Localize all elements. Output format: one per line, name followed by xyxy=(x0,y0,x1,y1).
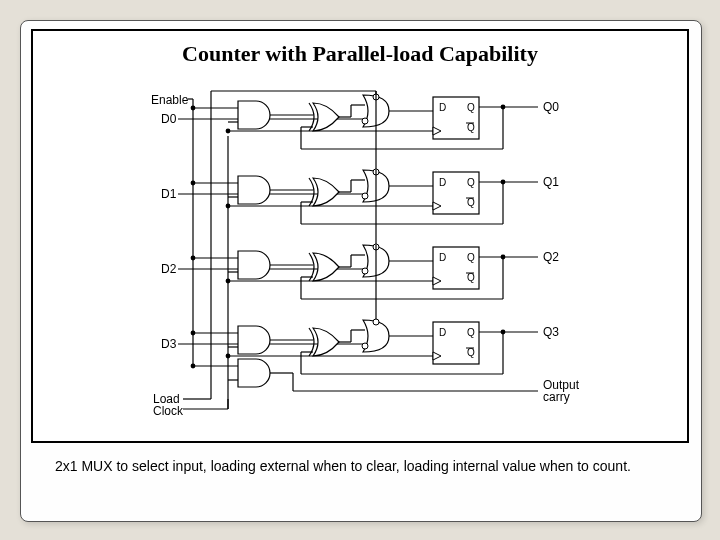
xor-gate-1 xyxy=(309,178,339,206)
diagram-panel: Counter with Parallel-load Capability xyxy=(31,29,689,443)
flipflop-0 xyxy=(433,97,479,139)
label-d0: D0 xyxy=(161,112,177,126)
label-clock: Clock xyxy=(153,404,184,418)
caption-text: 2x1 MUX to select input, loading externa… xyxy=(55,457,667,476)
flipflop-3 xyxy=(433,322,479,364)
label-q0: Q0 xyxy=(543,100,559,114)
carry-and-gate xyxy=(238,359,270,387)
and-gate-0 xyxy=(238,101,270,129)
flipflop-2 xyxy=(433,247,479,289)
label-enable: Enable xyxy=(151,93,189,107)
circuit-svg: D Q Q xyxy=(33,31,687,441)
stage-0: D0 xyxy=(161,91,559,149)
label-d2: D2 xyxy=(161,262,177,276)
label-d3: D3 xyxy=(161,337,177,351)
label-q1: Q1 xyxy=(543,175,559,189)
and-gate-3 xyxy=(238,326,270,354)
label-q2: Q2 xyxy=(543,250,559,264)
and-gate-2 xyxy=(238,251,270,279)
label-d1: D1 xyxy=(161,187,177,201)
label-carry: carry xyxy=(543,390,570,404)
flipflop-1 xyxy=(433,172,479,214)
label-q3: Q3 xyxy=(543,325,559,339)
stage-3: D3 Q3 xyxy=(161,245,559,374)
slide-frame: Counter with Parallel-load Capability xyxy=(20,20,702,522)
xor-gate-2 xyxy=(309,253,339,281)
carry-stage: Output carry xyxy=(191,359,580,404)
xor-gate-0 xyxy=(309,103,339,131)
and-gate-1 xyxy=(238,176,270,204)
stage-2: D2 Q2 xyxy=(161,170,559,299)
xor-gate-3 xyxy=(309,328,339,356)
stage-1: D1 Q1 xyxy=(161,91,559,224)
